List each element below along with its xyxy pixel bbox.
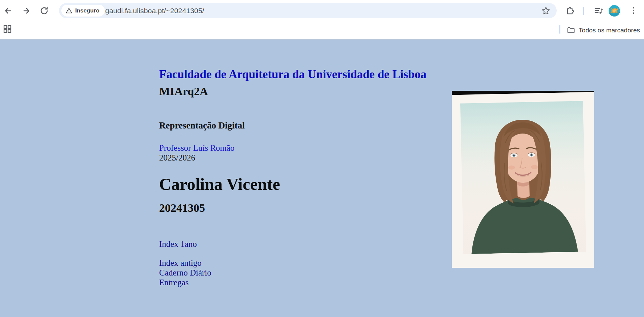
- index-1ano-link-block: Index 1ano: [159, 239, 197, 249]
- heading-subject: Representação Digital: [159, 120, 245, 131]
- back-button[interactable]: [3, 6, 13, 16]
- bookmarks-bar: [0, 21, 644, 39]
- page-title-university: Faculdade de Arquitetura da Universidade…: [159, 68, 427, 81]
- portrait-illustration: [460, 101, 586, 254]
- folder-icon: [567, 26, 575, 34]
- forward-icon: [21, 6, 31, 16]
- school-year-text: 2025/2026: [159, 153, 195, 162]
- reload-icon: [39, 6, 49, 16]
- puzzle-icon: [565, 5, 575, 16]
- warning-triangle-icon: [65, 7, 72, 14]
- avatar-turtle-image: [609, 5, 620, 17]
- all-bookmarks-label: Todos os marcadores: [579, 27, 640, 34]
- entregas-link[interactable]: Entregas: [159, 278, 211, 287]
- student-number-heading: 20241305: [159, 202, 205, 214]
- security-chip-label: Inseguro: [75, 7, 99, 14]
- back-icon: [3, 6, 13, 16]
- reload-button[interactable]: [39, 6, 49, 16]
- address-bar[interactable]: Inseguro gaudi.fa.ulisboa.pt/~20241305/: [59, 3, 557, 18]
- star-icon: [541, 6, 551, 16]
- browser-toolbar: Inseguro gaudi.fa.ulisboa.pt/~20241305/: [0, 0, 644, 21]
- professor-link[interactable]: Professor Luís Romão: [159, 143, 235, 152]
- index-1ano-link[interactable]: Index 1ano: [159, 239, 197, 249]
- student-portrait-image: [460, 101, 586, 254]
- index-antigo-link[interactable]: Index antigo: [159, 258, 211, 268]
- media-playlist-icon: [593, 5, 604, 16]
- photo-paper-border: [452, 92, 594, 268]
- toolbar-separator: [583, 7, 584, 15]
- extensions-button[interactable]: [565, 5, 575, 16]
- url-text[interactable]: gaudi.fa.ulisboa.pt/~20241305/: [105, 3, 204, 18]
- secondary-links-block: Index antigo Caderno Diário Entregas: [159, 258, 211, 287]
- professor-year-block: Professor Luís Romão 2025/2026: [159, 143, 235, 163]
- all-bookmarks-button[interactable]: Todos os marcadores: [567, 21, 640, 39]
- caderno-diario-link[interactable]: Caderno Diário: [159, 268, 211, 278]
- bookmark-star-button[interactable]: [541, 6, 551, 16]
- apps-grid-button[interactable]: [3, 25, 11, 33]
- three-dots-icon: [628, 5, 639, 16]
- student-photo: [452, 91, 594, 268]
- grid-icon: [3, 25, 11, 33]
- browser-menu-button[interactable]: [628, 5, 639, 16]
- browser-chrome: Inseguro gaudi.fa.ulisboa.pt/~20241305/: [0, 0, 644, 39]
- media-controls-button[interactable]: [593, 5, 604, 16]
- forward-button[interactable]: [21, 6, 31, 16]
- bookmarks-separator: [559, 25, 560, 34]
- profile-avatar[interactable]: [609, 5, 620, 17]
- security-chip[interactable]: Inseguro: [61, 5, 105, 17]
- web-page-content: Faculdade de Arquitetura da Universidade…: [0, 39, 644, 317]
- heading-class: MIArq2A: [159, 85, 208, 98]
- student-name-heading: Carolina Vicente: [159, 174, 280, 194]
